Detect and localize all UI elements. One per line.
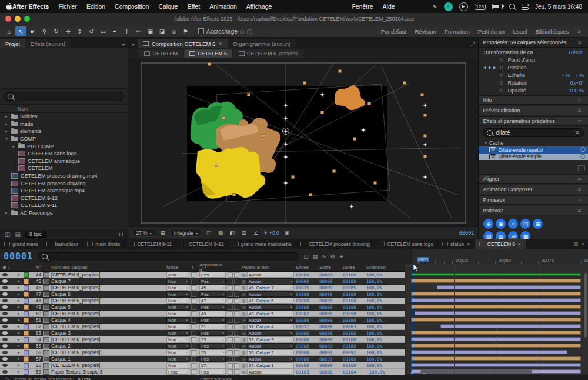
maximize-icon[interactable]: ⤢ — [468, 41, 479, 48]
layer-name[interactable]: Calque 5 — [51, 305, 166, 310]
switches-cell[interactable] — [228, 272, 242, 278]
matte-select[interactable]: 49.▾ — [199, 311, 226, 316]
control-center-icon[interactable] — [522, 4, 529, 10]
matte-select[interactable]: 45.▾ — [199, 285, 226, 291]
pick-whip-icon[interactable]: ◎ — [242, 324, 246, 329]
timeline-tab-grand-mere-marionette[interactable]: grand mere marionette — [229, 239, 296, 249]
pen-tool[interactable]: ✒ — [109, 26, 121, 36]
visibility-cell[interactable] — [0, 370, 18, 374]
list-view-icon[interactable]: ◫ — [5, 231, 10, 238]
project-name-header[interactable]: Nom — [0, 104, 128, 113]
brush-tool[interactable]: ✏ — [133, 26, 144, 36]
label-color-cell[interactable] — [24, 324, 31, 329]
dur-value[interactable]: 00100 — [343, 292, 366, 297]
layer-name[interactable]: Calque 7 — [51, 279, 166, 284]
dur-value[interactable]: 00098 — [343, 311, 366, 316]
align-panel-header[interactable]: Aligner≡ — [479, 174, 588, 184]
pick-whip-icon[interactable]: ◎ — [242, 350, 246, 355]
visibility-cell[interactable] — [0, 318, 18, 322]
mode-select[interactable]: Non▾ — [166, 298, 189, 304]
close-icon[interactable]: ✕ — [517, 242, 522, 247]
layer-row-47[interactable]: ▸47Calque 6Non▾Pas▾◎Aucun▾00000000990010… — [0, 291, 405, 298]
preserve-transparency-cell[interactable] — [191, 331, 199, 336]
layer-duration-bar[interactable] — [411, 363, 581, 367]
textevo-button-2[interactable]: ▣ — [496, 219, 506, 229]
eye-icon[interactable] — [2, 364, 8, 367]
stopwatch-icon[interactable]: ◇ — [499, 88, 505, 93]
twirl-icon[interactable]: ▸ — [18, 285, 24, 290]
label-color-cell[interactable] — [24, 285, 31, 291]
layer-duration-bar[interactable] — [411, 356, 581, 361]
twirl-icon[interactable]: ▸ — [18, 337, 24, 342]
trash-icon[interactable]: ⊔ — [119, 231, 123, 238]
menu-item-fichier[interactable]: Fichier — [58, 3, 77, 10]
ruler-icon[interactable]: ∠ — [252, 230, 260, 236]
matte-select[interactable]: 53.▾ — [199, 336, 226, 342]
snapshot-icon[interactable]: ▣ — [283, 230, 291, 236]
tout-value[interactable]: 00099 — [319, 311, 343, 316]
animation-composer-panel-header[interactable]: Animation Composer≡ — [479, 185, 588, 194]
property-row-opacit[interactable]: ◇Opacité100 % — [479, 86, 588, 94]
property-value[interactable]: 0x+0° — [570, 80, 584, 86]
switches-cell[interactable] — [228, 311, 242, 316]
layer-name[interactable]: Calque 6 — [51, 292, 166, 297]
label-color-cell[interactable] — [24, 350, 31, 355]
tin-value[interactable]: 00000 — [296, 272, 319, 278]
workspace-biblioth-ques[interactable]: Bibliothèques — [531, 28, 573, 35]
dur-value[interactable]: 00085 — [343, 285, 366, 291]
layer-row-52[interactable]: ▸52[CETELEM 6_peoples]Non▾51.▾◎51. Calqu… — [0, 324, 405, 330]
label-color-cell[interactable] — [24, 305, 31, 310]
transparency-grid-icon[interactable]: ▩ — [216, 230, 225, 236]
battery-icon[interactable] — [492, 4, 503, 9]
layer-row-54[interactable]: ▸54[CETELEM 6_peoples]Non▾53.▾◎53. Calqu… — [0, 336, 405, 343]
switches-cell[interactable] — [228, 369, 242, 375]
eye-icon[interactable] — [2, 312, 8, 315]
twirl-icon[interactable]: ▸ — [18, 305, 24, 309]
pick-whip-icon[interactable]: ◎ — [242, 356, 246, 362]
layer-duration-bar[interactable] — [440, 324, 581, 328]
pick-whip-icon[interactable]: ◎ — [242, 318, 246, 323]
panel-menu-icon[interactable]: ≡ — [582, 241, 584, 247]
rotation-tool[interactable]: ↺ — [86, 26, 97, 36]
parent-select[interactable]: Aucun▾ — [247, 343, 294, 349]
stretch-value[interactable]: 100,0% — [366, 292, 397, 297]
switches-cell[interactable] — [228, 285, 242, 291]
switches-cell[interactable] — [228, 298, 242, 304]
parent-column-header[interactable]: Parent et lien — [242, 265, 296, 270]
mode-select[interactable]: Non▾ — [166, 336, 189, 342]
stretch-value[interactable]: 100,0% — [366, 311, 397, 316]
preserve-transparency-cell[interactable] — [191, 363, 199, 368]
stretch-value[interactable]: 100,0% — [366, 331, 397, 336]
pick-whip-icon[interactable]: ◎ — [242, 272, 246, 278]
layer-name[interactable]: [CETELEM 6_peoples] — [51, 337, 166, 342]
property-value[interactable]: 100 % — [569, 88, 584, 94]
twirl-icon[interactable]: ▸ — [18, 369, 24, 374]
tout-value[interactable]: 00099 — [319, 305, 343, 310]
menu-item-animation[interactable]: Animation — [209, 3, 237, 10]
visibility-cell[interactable] — [0, 273, 18, 276]
panel-menu-icon[interactable]: ≡ — [128, 42, 138, 48]
layer-name[interactable]: [CETELEM 6_peoples] — [51, 272, 166, 278]
matte-select[interactable]: Pas▾ — [199, 369, 226, 375]
tab-effets[interactable]: Effets (aucun) — [25, 39, 71, 48]
info-icon[interactable]: ⓘ — [580, 146, 585, 153]
preserve-transparency-cell[interactable] — [191, 272, 199, 278]
project-item-cetelem-9-11[interactable]: CETELEM 9-11 — [0, 202, 128, 209]
tab-projet[interactable]: Projet — [0, 39, 25, 48]
effect-item-dilate-simple[interactable]: 32 Dilaté-érodé simple ⓘ — [479, 154, 588, 161]
timeline-tab-cetelem-9-12[interactable]: CETELEM 9-12 — [176, 239, 229, 249]
panel-menu-icon[interactable]: ≡ — [575, 39, 584, 45]
project-item-matte[interactable]: ▸matte — [0, 121, 128, 128]
dur-value[interactable]: 00100 — [343, 331, 366, 336]
switches-cell[interactable] — [228, 292, 242, 297]
mode-select[interactable]: Non▾ — [166, 343, 189, 349]
twirl-icon[interactable]: ▸ — [18, 292, 24, 296]
visibility-cell[interactable] — [0, 299, 18, 302]
tout-value[interactable]: 00099 — [319, 337, 343, 342]
menu-item-composition[interactable]: Composition — [115, 3, 149, 10]
matte-select[interactable]: 51.▾ — [199, 324, 226, 329]
parent-select[interactable]: Aucun▾ — [247, 278, 294, 284]
playhead[interactable] — [413, 264, 413, 375]
parent-select[interactable]: Aucun▾ — [247, 304, 294, 310]
layer-row-44[interactable]: ▸44[CETELEM 6_peoples]Non▾Pas▾◎Aucun▾000… — [0, 272, 405, 278]
